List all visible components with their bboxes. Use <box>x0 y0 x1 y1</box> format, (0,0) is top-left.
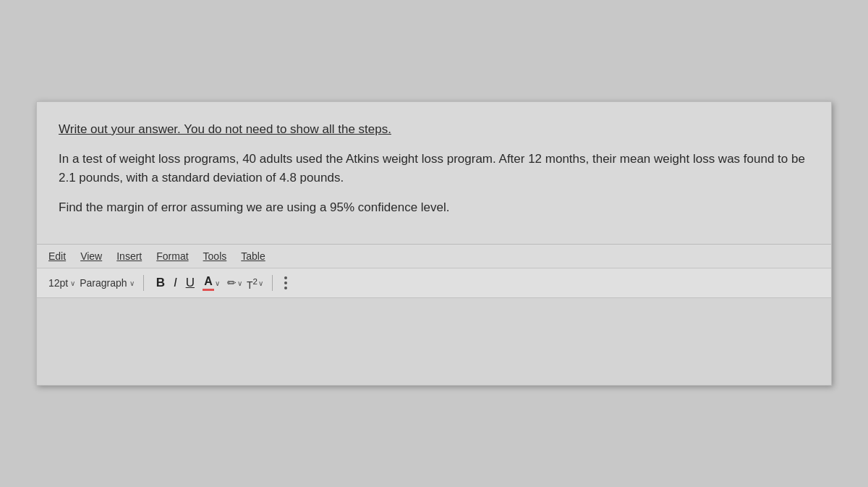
formatting-bar: 12pt ∨ Paragraph ∨ B I U A ∨ <box>37 268 831 298</box>
dot-3 <box>284 287 287 289</box>
dot-1 <box>284 276 287 279</box>
menu-edit[interactable]: Edit <box>48 250 66 262</box>
menu-bar: Edit View Insert Format Tools Table <box>37 245 831 268</box>
paragraph-selector[interactable]: Paragraph ∨ <box>80 277 134 289</box>
font-size-selector[interactable]: 12pt ∨ <box>48 277 75 289</box>
toolbar-area: Edit View Insert Format Tools Table 12pt… <box>37 244 831 298</box>
superscript-button[interactable]: T2 ∨ <box>247 276 263 291</box>
highlight-button[interactable]: ✏ <box>227 276 237 289</box>
pencil-icon: ✏ <box>227 276 237 289</box>
highlight-chevron[interactable]: ∨ <box>237 279 242 287</box>
menu-format[interactable]: Format <box>156 250 188 262</box>
font-size-chevron: ∨ <box>70 279 75 287</box>
answer-area[interactable] <box>37 298 831 385</box>
font-color-chevron[interactable]: ∨ <box>215 279 220 287</box>
more-options-button[interactable] <box>281 275 290 291</box>
menu-insert[interactable]: Insert <box>116 250 142 262</box>
italic-button[interactable]: I <box>170 274 181 292</box>
content-area: Write out your answer. You do not need t… <box>37 102 831 245</box>
font-color-group: A ∨ <box>203 275 220 291</box>
instruction-text: Write out your answer. You do not need t… <box>59 122 809 137</box>
divider-2 <box>272 275 273 291</box>
paragraph-chevron: ∨ <box>129 279 135 287</box>
question-body-text: In a test of weight loss programs, 40 ad… <box>59 150 809 188</box>
editor-container: Write out your answer. You do not need t… <box>36 101 832 386</box>
dot-2 <box>284 281 287 284</box>
font-color-button[interactable]: A <box>203 275 214 291</box>
menu-table[interactable]: Table <box>241 250 265 262</box>
highlight-color-group: ✏ ∨ <box>224 276 242 289</box>
bold-button[interactable]: B <box>153 274 169 292</box>
underline-button[interactable]: U <box>182 274 198 292</box>
question-task-text: Find the margin of error assuming we are… <box>59 200 809 215</box>
superscript-chevron: ∨ <box>258 279 263 287</box>
text-format-group: B I U <box>153 274 198 292</box>
divider-1 <box>143 275 144 291</box>
font-color-label: A <box>204 275 213 288</box>
paragraph-label: Paragraph <box>80 277 127 289</box>
font-size-label: 12pt <box>48 277 68 289</box>
superscript-label: T2 <box>247 276 258 291</box>
menu-view[interactable]: View <box>80 250 102 262</box>
font-color-bar <box>203 289 214 291</box>
menu-tools[interactable]: Tools <box>203 250 227 262</box>
